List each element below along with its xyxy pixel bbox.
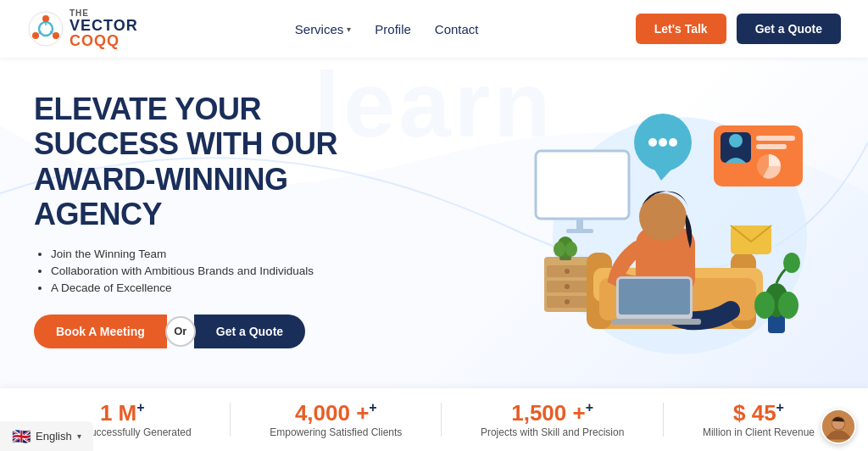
get-quote-nav-button[interactable]: Get a Quote: [737, 14, 841, 44]
stat-divider-1: [230, 403, 231, 437]
stat-divider-2: [441, 403, 442, 437]
svg-point-48: [783, 253, 800, 273]
logo: the VECTOR COQQ: [27, 9, 138, 48]
svg-point-39: [729, 134, 743, 148]
svg-point-3: [32, 32, 39, 39]
avatar-icon: [822, 409, 854, 444]
or-divider: Or: [165, 316, 196, 347]
nav-links: Services ▾ Profile Contact: [295, 22, 479, 36]
svg-point-4: [53, 32, 59, 39]
stat-divider-3: [663, 403, 664, 437]
svg-point-18: [565, 299, 570, 304]
svg-point-35: [659, 138, 667, 147]
svg-point-16: [565, 269, 570, 274]
navbar: the VECTOR COQQ Services ▾ Profile Conta…: [0, 0, 868, 58]
nav-services[interactable]: Services ▾: [295, 22, 352, 36]
svg-rect-10: [576, 219, 583, 229]
nav-contact[interactable]: Contact: [435, 22, 479, 36]
nav-ctas: Let's Talk Get a Quote: [636, 14, 841, 44]
logo-coqq: COQQ: [70, 32, 120, 49]
logo-vector: VECTOR: [70, 17, 138, 34]
bullet-1: Join the Winning Team: [51, 248, 441, 260]
stat-clients: 4,000 ++ Empowering Satisfied Clients: [270, 401, 402, 438]
stat-projects-number: 1,500 ++: [481, 401, 624, 424]
logo-icon: [27, 10, 64, 47]
svg-point-47: [778, 292, 798, 319]
flag-icon: 🇬🇧: [12, 427, 31, 446]
stat-revenue: $ 45+ Million in Client Revenue: [703, 401, 815, 438]
nav-profile[interactable]: Profile: [375, 22, 411, 36]
stat-revenue-number: $ 45+: [703, 401, 815, 424]
language-chevron-icon: ▾: [77, 432, 81, 441]
svg-rect-9: [536, 151, 629, 219]
stat-clients-label: Empowering Satisfied Clients: [270, 426, 402, 438]
bullet-3: A Decade of Excellence: [51, 281, 441, 294]
svg-rect-31: [619, 279, 690, 315]
language-label: English: [36, 430, 72, 443]
svg-point-22: [565, 242, 577, 257]
stat-projects: 1,500 ++ Projects with Skill and Precisi…: [481, 401, 624, 438]
svg-point-2: [42, 15, 49, 22]
hero-bullets: Join the Winning Team Collaboration with…: [34, 248, 441, 294]
stat-leads-number: 1 M+: [53, 401, 192, 424]
services-chevron-icon: ▾: [347, 25, 351, 34]
hero-content-left: ELEVATE YOUR SUCCESS WITH OUR AWARD-WINN…: [34, 83, 441, 348]
book-meeting-button[interactable]: Book A Meeting: [34, 315, 167, 348]
lets-talk-button[interactable]: Let's Talk: [636, 14, 726, 44]
svg-point-46: [754, 292, 775, 319]
svg-rect-41: [756, 144, 787, 149]
svg-point-17: [565, 284, 570, 289]
svg-rect-11: [566, 229, 593, 233]
stat-clients-number: 4,000 ++: [270, 401, 402, 424]
stat-revenue-label: Million in Client Revenue: [703, 426, 815, 438]
illustration-svg: [468, 83, 807, 363]
logo-text: the VECTOR COQQ: [70, 9, 138, 48]
illustration-container: [468, 83, 807, 363]
stats-bar: 1 M+ Leads Successfully Generated 4,000 …: [0, 388, 868, 451]
hero-illustration: [441, 83, 834, 388]
user-avatar[interactable]: [821, 409, 856, 444]
svg-rect-40: [756, 136, 795, 141]
svg-point-36: [669, 138, 677, 147]
stat-projects-label: Projects with Skill and Precision: [481, 426, 624, 438]
hero-title: ELEVATE YOUR SUCCESS WITH OUR AWARD-WINN…: [34, 92, 441, 232]
svg-point-21: [554, 242, 565, 257]
hero-ctas: Book A Meeting Or Get a Quote: [34, 315, 441, 348]
svg-point-34: [648, 138, 657, 147]
svg-rect-32: [612, 319, 701, 325]
bullet-2: Collaboration with Ambitious Brands and …: [51, 264, 441, 277]
get-quote-hero-button[interactable]: Get a Quote: [194, 315, 305, 348]
language-selector[interactable]: 🇬🇧 English ▾: [0, 421, 93, 451]
hero-section: learn ELEVATE YOUR SUCCESS WITH OUR AWAR…: [0, 58, 868, 388]
